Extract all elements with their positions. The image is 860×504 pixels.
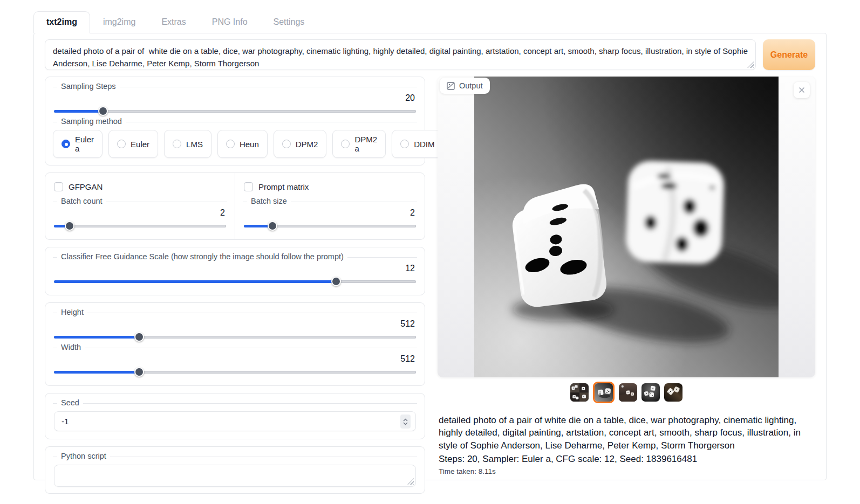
thumbnail-3[interactable] — [619, 383, 637, 402]
radio-label: DDIM — [414, 140, 434, 149]
prompt-input[interactable] — [45, 39, 756, 70]
python-script-input[interactable] — [54, 465, 416, 487]
radio-euler-a[interactable]: Euler a — [53, 130, 103, 158]
height-slider[interactable] — [54, 332, 416, 342]
radio-label: Euler a — [75, 135, 94, 153]
tab-extras[interactable]: Extras — [148, 11, 199, 33]
number-stepper-icon[interactable] — [400, 415, 411, 429]
slider-handle[interactable] — [331, 277, 341, 286]
radio-icon — [282, 140, 291, 148]
prompt-matrix-checkbox[interactable]: Prompt matrix — [243, 177, 417, 196]
prompt-matrix-label: Prompt matrix — [258, 182, 309, 191]
cfg-value: 12 — [53, 264, 415, 273]
gallery-thumbnails — [438, 381, 815, 404]
output-prompt-text: detailed photo of a pair of white die on… — [439, 414, 814, 452]
height-value: 512 — [53, 319, 415, 329]
radio-label: DPM2 a — [354, 135, 377, 153]
stable-diffusion-webui: txt2img img2img Extras PNG Info Settings… — [33, 11, 827, 480]
width-slider[interactable] — [54, 367, 416, 377]
tab-png-info[interactable]: PNG Info — [199, 11, 261, 33]
image-icon — [447, 82, 455, 90]
radio-label: LMS — [186, 140, 203, 149]
batch-count-label: Batch count — [57, 197, 106, 205]
radio-icon — [226, 140, 235, 148]
checkbox-icon — [54, 182, 63, 191]
slider-handle[interactable] — [134, 332, 144, 342]
batch-size-label: Batch size — [247, 197, 291, 205]
gfpgan-checkbox[interactable]: GFPGAN — [53, 177, 227, 196]
height-label: Height — [57, 308, 87, 316]
txt2img-panel: Generate Sampling Steps 20 Samp — [33, 33, 827, 480]
cfg-panel: Classifier Free Guidance Scale (how stro… — [45, 247, 425, 295]
output-label: Output — [459, 81, 483, 90]
cfg-slider[interactable] — [54, 277, 416, 286]
gfpgan-label: GFPGAN — [69, 182, 103, 191]
thumbnail-5[interactable] — [664, 383, 682, 402]
sampling-steps-value: 20 — [53, 93, 415, 103]
batch-size-slider[interactable] — [244, 221, 416, 231]
tab-img2img[interactable]: img2img — [90, 11, 148, 33]
batch-count-field: Batch count 2 — [53, 202, 227, 231]
python-script-panel: Python script — [45, 446, 425, 494]
height-field: Height 512 — [53, 313, 417, 342]
tab-txt2img[interactable]: txt2img — [33, 11, 90, 33]
batch-size-field: Batch size 2 — [243, 202, 417, 231]
width-value: 512 — [53, 354, 415, 364]
output-time-text: Time taken: 8.11s — [439, 467, 814, 475]
slider-handle[interactable] — [134, 367, 144, 377]
generated-image-stage — [438, 77, 815, 377]
prompt-box — [45, 39, 756, 70]
batch-panel: GFPGAN Batch count 2 — [45, 172, 425, 240]
dimensions-panel: Height 512 Width 512 — [45, 302, 425, 386]
seed-panel: Seed -1 — [45, 393, 425, 439]
batch-count-value: 2 — [53, 208, 225, 218]
radio-icon — [117, 140, 126, 148]
close-output-button[interactable] — [794, 82, 810, 98]
slider-handle[interactable] — [268, 221, 277, 231]
thumbnail-2[interactable] — [593, 382, 615, 403]
seed-label: Seed — [57, 398, 83, 407]
radio-heun[interactable]: Heun — [217, 130, 268, 158]
python-script-label: Python script — [57, 452, 110, 460]
checkbox-icon — [244, 182, 253, 191]
radio-dpm2[interactable]: DPM2 — [274, 130, 327, 158]
radio-label: Heun — [240, 140, 259, 149]
sampling-steps-field: Sampling Steps 20 — [53, 87, 417, 116]
radio-label: DPM2 — [296, 140, 318, 149]
output-panel: Output — [438, 77, 815, 475]
thumbnail-1[interactable] — [570, 383, 589, 402]
thumbnail-4[interactable] — [641, 383, 660, 402]
radio-icon — [400, 140, 409, 148]
radio-lms[interactable]: LMS — [164, 130, 211, 158]
settings-column: Sampling Steps 20 Sampling method Euler … — [45, 77, 425, 494]
slider-handle[interactable] — [65, 221, 74, 231]
sampling-method-group: Euler a Euler LMS Heun DPM2 DPM2 a DDIM … — [53, 127, 417, 160]
cfg-label: Classifier Free Guidance Scale (how stro… — [57, 252, 347, 261]
radio-dpm2-a[interactable]: DPM2 a — [332, 130, 386, 158]
generated-image[interactable] — [474, 77, 779, 377]
seed-value: -1 — [62, 417, 69, 426]
tab-bar: txt2img img2img Extras PNG Info Settings — [33, 11, 827, 33]
close-icon — [798, 87, 805, 93]
batch-count-slider[interactable] — [54, 221, 226, 231]
radio-ddim[interactable]: DDIM — [392, 130, 443, 158]
sampling-steps-label: Sampling Steps — [57, 82, 120, 91]
tab-settings[interactable]: Settings — [261, 11, 318, 33]
batch-size-value: 2 — [243, 208, 415, 218]
output-params-text: Steps: 20, Sampler: Euler a, CFG scale: … — [439, 453, 814, 465]
sampling-method-label: Sampling method — [57, 117, 126, 126]
sampling-panel: Sampling Steps 20 Sampling method Euler … — [45, 77, 425, 165]
output-label-chip: Output — [440, 78, 490, 94]
radio-euler[interactable]: Euler — [108, 130, 158, 158]
seed-input[interactable]: -1 — [54, 411, 416, 431]
width-label: Width — [57, 343, 85, 351]
sampling-method-field: Sampling method Euler a Euler LMS Heun D… — [53, 122, 417, 160]
generate-button[interactable]: Generate — [763, 39, 815, 70]
python-script-field: Python script — [53, 457, 417, 487]
radio-icon — [173, 140, 181, 148]
seed-field: Seed -1 — [53, 403, 417, 431]
generation-info: detailed photo of a pair of white die on… — [438, 414, 815, 475]
sampling-steps-slider[interactable] — [54, 106, 416, 116]
slider-handle[interactable] — [98, 106, 108, 116]
radio-icon — [62, 140, 70, 148]
